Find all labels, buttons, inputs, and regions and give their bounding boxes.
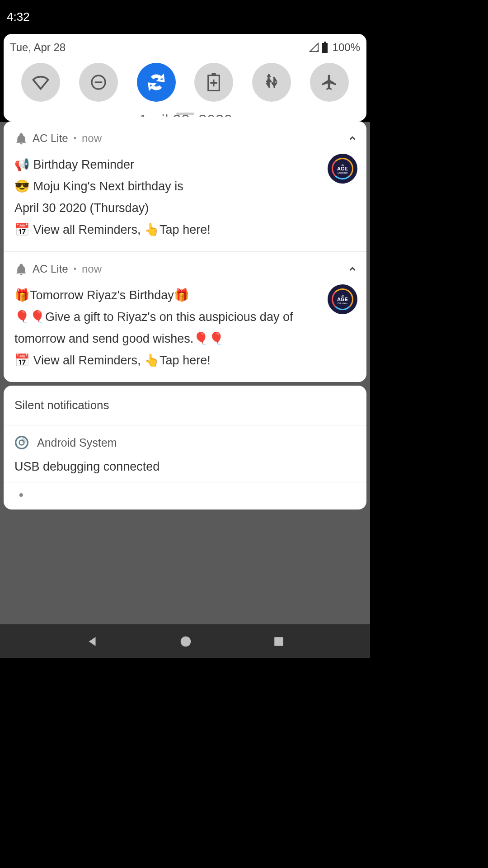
notification-body: 🎁Tomorrow Riyaz's Birthday🎁 🎈🎈Give a gif…: [14, 284, 357, 371]
qs-toggles-row: [4, 60, 366, 113]
notification-text: 📢 Birthday Reminder 😎 Moju King's Next b…: [14, 154, 320, 241]
app-large-icon: Lite AGE Calculator: [328, 154, 357, 184]
system-notif-body: USB debugging connected: [14, 460, 356, 474]
qs-status-icons: × 100%: [309, 41, 360, 54]
dnd-toggle[interactable]: [79, 63, 118, 102]
mobile-data-toggle[interactable]: [252, 63, 291, 102]
wifi-toggle[interactable]: [21, 63, 60, 102]
airplane-toggle[interactable]: [310, 63, 349, 102]
separator-dot: •: [74, 134, 76, 143]
rotate-icon: [146, 72, 167, 93]
notification-line: 🎈🎈Give a gift to Riyaz's on this auspici…: [14, 306, 320, 349]
system-app-name: Android System: [37, 436, 117, 449]
system-notification[interactable]: Android System USB debugging connected: [4, 425, 366, 482]
chevron-up-icon[interactable]: [347, 133, 357, 143]
bell-icon: [14, 263, 27, 275]
svg-point-13: [181, 636, 191, 646]
icon-subtext: Calculator: [338, 171, 348, 174]
icon-subtext: Calculator: [338, 302, 348, 305]
home-button[interactable]: [179, 635, 192, 648]
icon-label: AGE: [337, 166, 348, 171]
status-time: 4:32: [7, 10, 30, 24]
qs-date: Tue, Apr 28: [10, 41, 66, 54]
back-button[interactable]: [85, 635, 99, 648]
battery-plus-icon: [207, 73, 220, 91]
signal-icon: ×: [309, 42, 319, 52]
svg-rect-2: [322, 43, 328, 53]
recents-button[interactable]: [273, 636, 285, 647]
notification-app-name: AC Lite: [33, 132, 68, 145]
notification-time: now: [82, 263, 102, 275]
quick-settings-panel[interactable]: Tue, Apr 28 × 100%: [4, 34, 366, 121]
silent-notifications-header: Silent notifications: [4, 386, 366, 425]
notification-header: AC Lite • now: [14, 263, 357, 275]
notification-line: 🎁Tomorrow Riyaz's Birthday🎁: [14, 284, 320, 306]
notification-item[interactable]: AC Lite • now 🎁Tomorrow Riyaz's Birthday…: [4, 252, 366, 382]
wifi-icon: [31, 72, 51, 92]
dnd-icon: [89, 73, 108, 91]
notification-body: 📢 Birthday Reminder 😎 Moju King's Next b…: [14, 154, 357, 241]
auto-rotate-toggle[interactable]: [137, 63, 176, 102]
app-large-icon: Lite AGE Calculator: [328, 284, 357, 314]
bell-icon: [14, 132, 27, 145]
notification-line: April 30 2020 (Thursday): [14, 197, 320, 219]
notification-line: 😎 Moju King's Next birthday is: [14, 175, 320, 197]
status-bar: 4:32: [0, 0, 370, 34]
silent-notifications-card: Silent notifications Android System USB …: [4, 386, 366, 509]
notification-item[interactable]: AC Lite • now 📢 Birthday Reminder 😎 Moju…: [4, 121, 366, 252]
app-date-peek: April 28, 2020: [0, 111, 370, 117]
data-icon: [263, 74, 280, 90]
notification-text: 🎁Tomorrow Riyaz's Birthday🎁 🎈🎈Give a gif…: [14, 284, 320, 371]
separator-dot: •: [74, 264, 76, 274]
battery-percentage: 100%: [333, 41, 360, 54]
battery-icon: [322, 42, 328, 53]
notification-line: 📢 Birthday Reminder: [14, 154, 320, 175]
icon-label: AGE: [337, 297, 348, 302]
svg-rect-14: [274, 637, 283, 646]
notifications-card: AC Lite • now 📢 Birthday Reminder 😎 Moju…: [4, 121, 366, 382]
battery-saver-toggle[interactable]: [194, 63, 233, 102]
notification-time: now: [82, 132, 102, 145]
svg-marker-10: [267, 74, 271, 77]
svg-rect-1: [324, 42, 326, 43]
qs-header: Tue, Apr 28 × 100%: [4, 41, 366, 60]
notification-app-name: AC Lite: [33, 263, 68, 275]
navigation-bar: [0, 624, 370, 658]
notification-line: 📅 View all Reminders, 👆Tap here!: [14, 349, 320, 371]
system-notif-header: Android System: [14, 435, 356, 450]
svg-text:×: ×: [316, 49, 318, 52]
android-system-icon: [14, 435, 29, 450]
notification-header: AC Lite • now: [14, 132, 357, 145]
overflow-indicator[interactable]: •: [4, 482, 366, 509]
notification-line: 📅 View all Reminders, 👆Tap here!: [14, 219, 320, 241]
chevron-up-icon[interactable]: [347, 264, 357, 274]
airplane-icon: [320, 73, 338, 91]
